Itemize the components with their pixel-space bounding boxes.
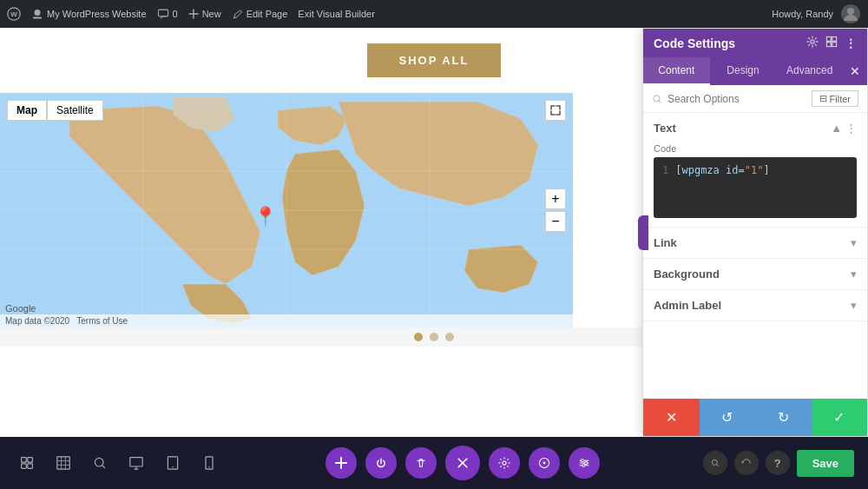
close-button[interactable] bbox=[445, 446, 480, 480]
map-tab-map[interactable]: Map bbox=[7, 100, 47, 121]
svg-rect-30 bbox=[130, 458, 142, 466]
toolbar-grid-icon[interactable] bbox=[50, 450, 76, 476]
admin-bar-right: Howdy, Randy bbox=[772, 3, 861, 24]
toolbar-right: ? Save bbox=[703, 450, 854, 477]
link-section-header[interactable]: Link ▾ bbox=[643, 228, 867, 258]
text-section-title: Text bbox=[654, 122, 831, 135]
panel-close-button[interactable]: ✕ bbox=[843, 57, 867, 85]
power-button[interactable] bbox=[365, 447, 397, 479]
text-section-more-icon[interactable]: ⋮ bbox=[845, 122, 857, 135]
site-name-link[interactable]: My WordPress Website bbox=[31, 8, 147, 20]
panel-drag-handle[interactable] bbox=[638, 215, 648, 250]
code-label: Code bbox=[643, 143, 867, 157]
wp-logo[interactable]: W bbox=[7, 7, 21, 21]
search-input[interactable] bbox=[667, 93, 806, 105]
adjust-button[interactable] bbox=[569, 447, 600, 479]
toolbar-menu-icon[interactable] bbox=[14, 450, 40, 476]
toolbar-search-icon[interactable] bbox=[87, 450, 113, 476]
admin-label-section-actions: ▾ bbox=[851, 299, 857, 312]
map-tab-satellite[interactable]: Satellite bbox=[47, 100, 103, 121]
link-section-title: Link bbox=[654, 236, 851, 249]
svg-point-2 bbox=[35, 10, 41, 16]
map-expand-button[interactable] bbox=[545, 100, 566, 121]
toolbar-desktop-icon[interactable] bbox=[123, 450, 149, 476]
panel-header-icons: ⋮ bbox=[806, 36, 857, 50]
svg-point-14 bbox=[811, 40, 814, 43]
bottom-toolbar: ? Save bbox=[0, 437, 868, 489]
filter-button[interactable]: ⊟ Filter bbox=[812, 90, 858, 107]
confirm-button[interactable]: ✓ bbox=[812, 399, 868, 436]
shop-all-button[interactable]: SHOP ALL bbox=[367, 43, 500, 77]
settings-button[interactable] bbox=[489, 447, 520, 479]
svg-text:W: W bbox=[10, 10, 17, 18]
howdy-label: Howdy, Randy bbox=[772, 9, 833, 19]
text-section: Text ▲ ⋮ Code 1[wpgmza id="1"] bbox=[643, 113, 867, 228]
tab-content[interactable]: Content bbox=[643, 57, 710, 85]
panel-settings-icon[interactable] bbox=[806, 36, 819, 50]
map-svg bbox=[0, 93, 573, 327]
svg-rect-3 bbox=[33, 17, 42, 19]
delete-button[interactable] bbox=[405, 447, 437, 479]
svg-rect-21 bbox=[28, 458, 33, 463]
svg-point-44 bbox=[585, 462, 588, 465]
toolbar-mobile-icon[interactable] bbox=[196, 450, 222, 476]
code-editor[interactable]: 1[wpgmza id="1"] bbox=[654, 157, 857, 218]
text-section-actions: ▲ ⋮ bbox=[831, 122, 857, 135]
panel-tabs: Content Design Advanced bbox=[643, 57, 843, 85]
text-section-header[interactable]: Text ▲ ⋮ bbox=[643, 113, 867, 143]
svg-point-39 bbox=[542, 462, 545, 465]
toolbar-search-right-icon[interactable] bbox=[703, 451, 727, 475]
dot-3[interactable] bbox=[445, 333, 454, 341]
dot-1[interactable] bbox=[414, 333, 423, 341]
code-line-number: 1 bbox=[662, 164, 668, 176]
background-section-collapse-icon[interactable]: ▾ bbox=[851, 268, 857, 281]
redo-button[interactable]: ↻ bbox=[755, 399, 812, 436]
undo-button[interactable]: ↺ bbox=[700, 399, 756, 436]
svg-rect-23 bbox=[28, 464, 33, 469]
svg-point-37 bbox=[503, 461, 506, 465]
admin-label-section: Admin Label ▾ bbox=[643, 290, 867, 321]
zoom-out-button[interactable]: − bbox=[545, 211, 566, 232]
text-section-body: Code 1[wpgmza id="1"] bbox=[643, 143, 867, 218]
background-section-actions: ▾ bbox=[851, 268, 857, 281]
exit-visual-builder-link[interactable]: Exit Visual Builder bbox=[298, 9, 374, 19]
link-section-collapse-icon[interactable]: ▾ bbox=[851, 236, 857, 249]
filter-icon: ⊟ bbox=[819, 93, 827, 104]
save-button[interactable]: Save bbox=[797, 450, 854, 477]
svg-rect-20 bbox=[22, 458, 27, 463]
comments-link[interactable]: 0 bbox=[157, 8, 178, 20]
main-content: SHOP ALL Map Satellite bbox=[0, 28, 868, 437]
svg-rect-16 bbox=[832, 36, 837, 41]
new-link[interactable]: New bbox=[188, 9, 221, 19]
panel-grid-icon[interactable] bbox=[825, 36, 838, 50]
edit-page-link[interactable]: Edit Page bbox=[232, 9, 288, 20]
svg-point-45 bbox=[582, 464, 585, 466]
toolbar-left bbox=[14, 450, 222, 476]
add-module-button[interactable] bbox=[326, 447, 357, 479]
panel-search-bar: ⊟ Filter bbox=[643, 85, 867, 113]
panel-tabs-row: Content Design Advanced ✕ bbox=[643, 57, 867, 85]
background-section-header[interactable]: Background ▾ bbox=[643, 259, 867, 289]
dot-2[interactable] bbox=[430, 333, 438, 341]
google-label: Google bbox=[5, 303, 36, 314]
tab-advanced[interactable]: Advanced bbox=[776, 57, 843, 85]
svg-rect-18 bbox=[832, 43, 837, 47]
panel-more-icon[interactable]: ⋮ bbox=[845, 36, 857, 50]
text-section-collapse-icon[interactable]: ▲ bbox=[831, 122, 842, 135]
zoom-in-button[interactable]: + bbox=[545, 188, 566, 209]
svg-rect-4 bbox=[158, 10, 168, 17]
history-button[interactable] bbox=[529, 447, 560, 479]
toolbar-refresh-right-icon[interactable] bbox=[734, 451, 759, 475]
admin-label-section-collapse-icon[interactable]: ▾ bbox=[851, 299, 857, 312]
toolbar-center bbox=[326, 446, 600, 480]
toolbar-help-icon[interactable]: ? bbox=[766, 451, 790, 475]
tab-design[interactable]: Design bbox=[710, 57, 777, 85]
terms-link[interactable]: Terms of Use bbox=[76, 316, 128, 326]
map-data-label: Map data ©2020 Terms of Use bbox=[5, 316, 128, 326]
cancel-button[interactable]: ✕ bbox=[643, 399, 700, 436]
admin-label-section-header[interactable]: Admin Label ▾ bbox=[643, 290, 867, 320]
svg-rect-24 bbox=[57, 457, 69, 469]
background-section-title: Background bbox=[654, 268, 851, 281]
toolbar-tablet-icon[interactable] bbox=[160, 450, 186, 476]
avatar-icon bbox=[840, 3, 861, 24]
